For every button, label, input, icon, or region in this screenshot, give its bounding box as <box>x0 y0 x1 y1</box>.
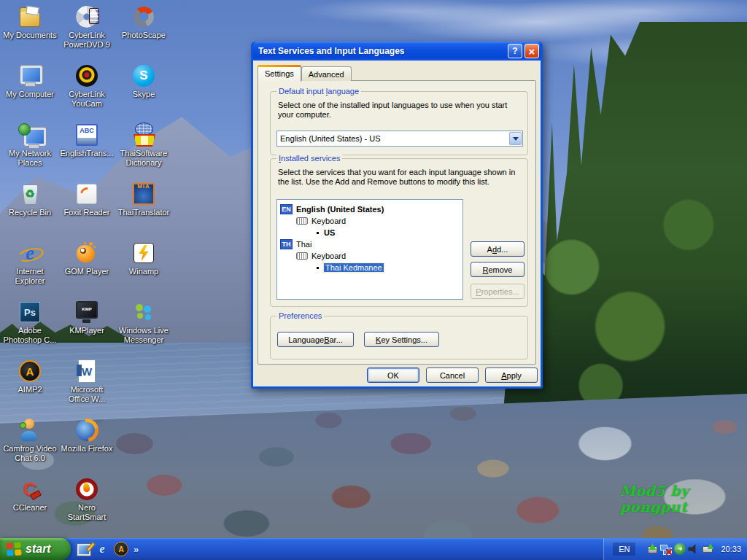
watermark-text: Mod5 by pongput <box>620 483 747 515</box>
desktop-icon-word[interactable]: W Microsoft Office W... <box>58 359 115 418</box>
icon-label: Mozilla Firefox <box>61 444 113 454</box>
desktop-icon-camfrog[interactable]: Camfrog Video Chat 6.0 <box>1 418 58 477</box>
internet-explorer-quicklaunch-icon[interactable]: e <box>96 542 109 556</box>
tree-row-language[interactable]: TH Thai <box>277 238 462 250</box>
keyboard-icon <box>296 217 308 225</box>
desktop-icon-photoshop[interactable]: Ps Adobe Photoshop C... <box>1 300 58 359</box>
network-disconnected-icon[interactable] <box>660 543 672 555</box>
language-indicator[interactable]: EN <box>613 542 635 556</box>
cancel-button[interactable]: Cancel <box>426 368 479 383</box>
desktop-icon-aimp2[interactable]: A AIMP2 <box>1 359 58 418</box>
chevron-down-icon[interactable] <box>509 132 522 145</box>
desktop-icon-photoscape[interactable]: PhotoScape <box>115 4 172 63</box>
desktop-icon-network-places[interactable]: My Network Places <box>1 122 58 182</box>
desktop-icon-foxit-reader[interactable]: Foxit Reader <box>58 182 115 241</box>
input-device-icon[interactable] <box>702 543 713 555</box>
properties-button[interactable]: Properties... <box>471 284 525 299</box>
icon-label: AIMP2 <box>18 385 42 394</box>
remove-button[interactable]: Remove <box>471 262 525 277</box>
icon-label: CyberLink YouCam <box>59 90 115 109</box>
earth-translator-icon: MIA <box>131 182 156 206</box>
tab-settings[interactable]: Settings <box>258 65 301 82</box>
dvd-disc-icon <box>74 4 99 29</box>
tree-label: English (United States) <box>296 205 384 214</box>
close-button[interactable]: × <box>525 44 539 58</box>
photoscape-swirl-icon <box>131 4 156 29</box>
group-description: Select one of the installed input langua… <box>278 101 523 120</box>
quicklaunch-overflow-chevron[interactable]: » <box>133 544 139 555</box>
tree-row-category[interactable]: Keyboard <box>277 215 462 227</box>
services-listbox[interactable]: EN English (United States) Keyboard US T… <box>276 199 463 300</box>
icon-label: Winamp <box>129 267 158 276</box>
tree-row-language[interactable]: EN English (United States) <box>277 203 462 215</box>
desktop-icon-my-computer[interactable]: My Computer <box>1 63 58 122</box>
desktop-icon-thaitranslator[interactable]: MIA ThaiTranslator <box>115 182 172 241</box>
apply-button[interactable]: Apply <box>485 368 538 383</box>
show-desktop-icon[interactable] <box>77 542 90 556</box>
settings-tab-page: Default input language Select one of the… <box>258 80 536 365</box>
desktop-icon-windows-live-messenger[interactable]: Windows Live Messenger <box>115 300 172 359</box>
aimp-quicklaunch-icon[interactable]: A <box>114 542 128 556</box>
desktop-icon-nero[interactable]: Nero StartSmart <box>58 477 115 536</box>
language-badge: EN <box>280 204 293 214</box>
camfrog-person-icon <box>18 418 42 443</box>
icon-label: My Computer <box>6 90 54 99</box>
dialog-title-bar[interactable]: Text Services and Input Languages ? × <box>253 42 541 61</box>
selected-tree-label: Thai Kedmanee <box>324 263 384 272</box>
dropdown-value: English (United States) - US <box>280 134 381 143</box>
dialog-body: Settings Advanced Default input language… <box>253 61 541 386</box>
tree-row-category[interactable]: Keyboard <box>277 250 462 262</box>
desktop-icon-powerdvd[interactable]: CyberLink PowerDVD 9 <box>58 4 115 63</box>
icon-label: ThaiSoftware Dictionary <box>116 149 171 168</box>
icon-label: Recycle Bin <box>9 208 51 217</box>
group-caption: Preferences <box>276 311 324 320</box>
add-button[interactable]: Add... <box>471 241 525 257</box>
desktop-icon-gom-player[interactable]: GOM Player <box>58 241 115 300</box>
icon-label: My Documents <box>3 31 56 40</box>
tree-label: Keyboard <box>311 252 346 260</box>
icon-label: My Network Places <box>2 149 58 168</box>
desktop-icon-winamp[interactable]: Winamp <box>115 241 172 300</box>
desktop-icon-thaisoftware-dictionary[interactable]: ThaiSoftware Dictionary <box>115 122 172 182</box>
icon-label: CCleaner <box>13 503 47 513</box>
tab-strip: Settings Advanced <box>258 65 352 82</box>
desktop-icon-kmplayer[interactable]: KMP KMPlayer <box>58 300 115 359</box>
desktop-icon-englishtrans[interactable]: ABC EnglishTrans... <box>58 122 115 182</box>
installed-services-group: Installed services Select the services t… <box>270 158 528 307</box>
icon-label: Microsoft Office W... <box>59 385 115 404</box>
language-badge: TH <box>280 239 293 249</box>
desktop-icon-internet-explorer[interactable]: e Internet Explorer <box>1 241 58 300</box>
desktop-icon-my-documents[interactable]: My Documents <box>1 4 58 63</box>
desktop-icon-grid: My Documents CyberLink PowerDVD 9 PhotoS… <box>1 4 174 536</box>
desktop-icon-ccleaner[interactable]: C CCleaner <box>1 477 58 536</box>
icon-label: ThaiTranslator <box>118 208 170 217</box>
language-bar-button[interactable]: Language Bar... <box>277 332 354 347</box>
icon-label: Adobe Photoshop C... <box>2 326 58 345</box>
tree-row-entry[interactable]: US <box>277 227 462 238</box>
tree-label: US <box>324 228 335 237</box>
desktop-icon-skype[interactable]: S Skype <box>115 63 172 122</box>
icon-label: Internet Explorer <box>2 267 58 286</box>
nero-flame-icon <box>74 477 99 502</box>
download-manager-icon[interactable] <box>674 543 686 555</box>
internet-explorer-icon: e <box>18 241 42 265</box>
desktop-icon-youcam[interactable]: CyberLink YouCam <box>58 63 115 122</box>
ok-button[interactable]: OK <box>367 368 419 383</box>
tree-row-entry-selected[interactable]: Thai Kedmanee <box>277 262 462 273</box>
taskbar-clock[interactable]: 20:33 <box>721 545 741 553</box>
help-button[interactable]: ? <box>508 44 522 58</box>
icon-label: Skype <box>133 90 155 99</box>
tab-advanced[interactable]: Advanced <box>301 66 352 81</box>
desktop-icon-recycle-bin[interactable]: ♻ Recycle Bin <box>1 182 58 241</box>
start-button[interactable]: start <box>0 538 71 560</box>
windows-logo-icon <box>6 542 21 556</box>
text-services-dialog: Text Services and Input Languages ? × Se… <box>251 42 543 389</box>
key-settings-button[interactable]: Key Settings... <box>364 332 439 347</box>
icon-label: Windows Live Messenger <box>116 326 171 345</box>
volume-icon[interactable] <box>688 543 700 555</box>
desktop-icon-firefox[interactable]: Mozilla Firefox <box>58 418 115 477</box>
preferences-group: Preferences Language Bar... Key Settings… <box>270 316 528 359</box>
tree-label: Keyboard <box>311 217 346 225</box>
default-language-dropdown[interactable]: English (United States) - US <box>276 131 523 147</box>
safely-remove-hardware-icon[interactable] <box>646 543 658 555</box>
